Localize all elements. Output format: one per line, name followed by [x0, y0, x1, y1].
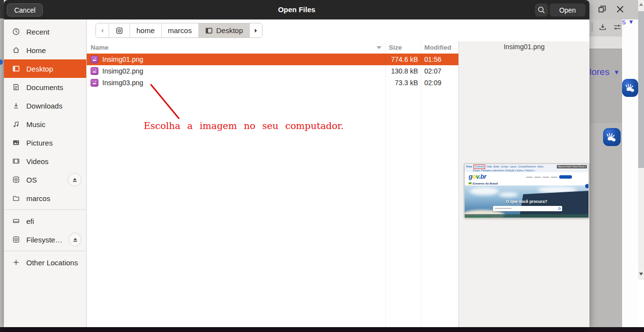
- path-crumb-marcos[interactable]: marcos: [161, 23, 198, 37]
- window-close-icon[interactable]: [615, 4, 625, 14]
- list-header: Name Size Modified: [87, 41, 458, 54]
- annotation-text: Escolha a imagem no seu computador.: [144, 120, 344, 131]
- brazil-flag-icon: [469, 183, 472, 184]
- govbr-login-button: [559, 175, 572, 179]
- folder-icon: [12, 194, 20, 202]
- disk-icon: [12, 176, 20, 184]
- background-dropdown-valores[interactable]: lores ▼: [589, 67, 620, 77]
- sidebar-item-music[interactable]: Music: [4, 115, 86, 133]
- preview-filename: Insimg01.png: [459, 43, 589, 51]
- file-row[interactable]: Insimg03.png 73.3 kB 02:09: [87, 77, 458, 89]
- sidebar-item-home[interactable]: Home: [4, 41, 86, 59]
- window-restore-icon[interactable]: [598, 5, 606, 14]
- chevron-down-icon: ▼: [628, 18, 634, 26]
- file-list: Name Size Modified Insimg01.p: [87, 41, 458, 327]
- sidebar-separator: [4, 251, 86, 251]
- sidebar-item-downloads[interactable]: Downloads: [4, 96, 86, 115]
- home-icon: [12, 46, 20, 54]
- places-sidebar: Recent Home Desktop: [4, 19, 87, 327]
- background-blue-dot: [0, 59, 3, 65]
- path-disk-button[interactable]: [109, 23, 130, 37]
- path-forward-button[interactable]: [249, 23, 262, 37]
- sliders-icon[interactable]: [613, 22, 622, 32]
- sidebar-item-efi[interactable]: efi: [4, 212, 86, 230]
- govbr-logo: gov.br: [469, 173, 486, 180]
- film-icon: [12, 157, 20, 165]
- column-header-name[interactable]: Name: [87, 44, 385, 51]
- image-file-icon: [91, 67, 98, 75]
- dialog-title: Open Files: [4, 0, 589, 19]
- chevron-down-icon: ▼: [613, 69, 620, 76]
- column-header-size[interactable]: Size: [385, 44, 421, 51]
- desktop-icon: [12, 65, 20, 73]
- thumbnail-search-box: [493, 206, 562, 211]
- eject-icon: [72, 237, 78, 243]
- image-file-icon: [91, 79, 98, 87]
- path-crumb-desktop[interactable]: Desktop: [198, 23, 249, 37]
- drive-icon: [12, 217, 20, 225]
- background-right-area: lores ▼ s ▼: [588, 0, 644, 327]
- scrollbar-thumb[interactable]: [638, 11, 644, 168]
- clock-icon: [12, 28, 20, 36]
- chevron-left-icon: [100, 28, 105, 33]
- thumbnail-hero: O que você procura? ímFlagBnaTnón: [465, 185, 588, 218]
- sidebar-item-os[interactable]: OS: [4, 170, 86, 189]
- thumbnail-blue-widget: [585, 184, 589, 189]
- sidebar-separator: [4, 209, 86, 210]
- open-files-dialog: Open Files Cancel Open Recent: [4, 0, 589, 327]
- sort-descending-icon: [377, 46, 381, 49]
- vlibras-badge[interactable]: [603, 128, 621, 146]
- download-arrow-icon: [12, 102, 20, 110]
- path-crumb-home[interactable]: home: [130, 23, 161, 37]
- sidebar-item-pictures[interactable]: Pictures: [4, 133, 86, 152]
- picture-icon: [12, 139, 20, 147]
- background-dropdown-top[interactable]: s ▼: [622, 18, 634, 26]
- plus-icon: [12, 258, 20, 266]
- music-note-icon: [12, 120, 20, 128]
- chevron-right-icon: [253, 28, 258, 33]
- eject-button[interactable]: [68, 173, 81, 186]
- sidebar-item-recent[interactable]: Recent: [4, 22, 86, 41]
- desktop-icon: [205, 27, 213, 35]
- preview-thumbnail: Plone Conteúdo Visão Editar Compor Layou…: [464, 164, 589, 218]
- bottom-bar: [0, 327, 644, 332]
- pathbar: home marcos Desktop: [95, 23, 263, 38]
- cancel-button[interactable]: Cancel: [7, 3, 43, 17]
- dialog-titlebar: Open Files Cancel Open: [4, 0, 589, 19]
- thumbnail-govbr-header: gov.br Governo do Brasil: [465, 172, 588, 185]
- download-icon[interactable]: [598, 22, 607, 32]
- search-icon: [537, 6, 546, 14]
- disk-icon: [12, 236, 20, 243]
- eject-button[interactable]: [69, 233, 81, 246]
- sidebar-item-desktop[interactable]: Desktop: [4, 59, 86, 78]
- column-header-modified[interactable]: Modified: [421, 44, 452, 51]
- sidebar-item-other-locations[interactable]: Other Locations: [4, 253, 86, 272]
- file-row[interactable]: Insimg02.png 130.8 kB 02:07: [87, 65, 458, 77]
- sidebar-item-marcos[interactable]: marcos: [4, 189, 86, 207]
- hands-icon: [624, 82, 636, 94]
- disk-icon: [115, 27, 123, 35]
- sidebar-item-filesystem[interactable]: Filesyste…: [4, 230, 86, 249]
- background-left-strip: [0, 0, 4, 327]
- page-scrollbar[interactable]: [638, 0, 644, 327]
- hands-icon: [605, 131, 618, 144]
- search-button[interactable]: [535, 3, 548, 17]
- toolbar-separator: [592, 23, 592, 32]
- file-row[interactable]: Insimg01.png 774.6 kB 01:56: [87, 54, 458, 65]
- sidebar-item-videos[interactable]: Videos: [4, 152, 86, 170]
- eject-icon: [72, 177, 78, 183]
- vlibras-badge[interactable]: [622, 79, 638, 97]
- thumbnail-cms-toolbar: Plone Conteúdo Visão Editar Compor Layou…: [465, 164, 588, 172]
- search-icon: [558, 207, 561, 210]
- document-icon: [12, 83, 20, 91]
- scroll-up-arrow[interactable]: [639, 3, 643, 6]
- pathbar-row: home marcos Desktop: [87, 19, 589, 41]
- preview-pane: Insimg01.png Plone Conteúdo Visão Editar…: [458, 41, 589, 327]
- path-back-button[interactable]: [96, 23, 109, 37]
- image-file-icon: [91, 55, 98, 63]
- scroll-down-arrow[interactable]: [639, 273, 643, 276]
- screen: lores ▼ s ▼: [0, 0, 644, 332]
- sidebar-item-documents[interactable]: Documents: [4, 78, 86, 96]
- open-button[interactable]: Open: [549, 3, 586, 17]
